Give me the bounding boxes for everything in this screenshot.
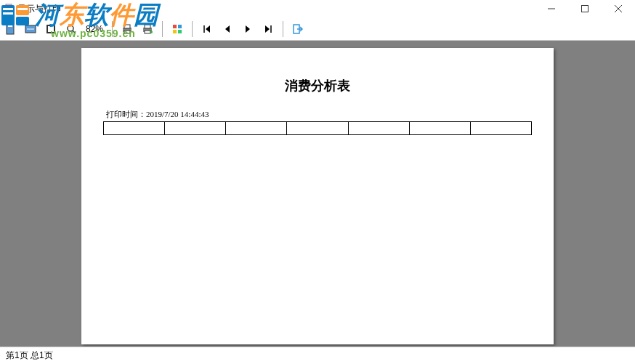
separator xyxy=(162,21,163,37)
svg-rect-7 xyxy=(6,4,12,7)
table-cell xyxy=(409,122,470,135)
svg-line-19 xyxy=(73,31,76,33)
svg-rect-21 xyxy=(124,25,130,28)
print-button[interactable] xyxy=(118,20,136,38)
table-cell xyxy=(165,122,226,135)
actual-size-button[interactable] xyxy=(42,20,60,38)
window-title: 显示与打印 xyxy=(17,3,61,15)
svg-rect-9 xyxy=(582,6,589,12)
window-controls xyxy=(535,0,635,17)
svg-point-26 xyxy=(150,31,153,33)
zoom-dropdown-button[interactable] xyxy=(62,20,80,38)
page-preview: 消费分析表 打印时间：2019/7/20 14:44:43 xyxy=(81,48,554,344)
separator xyxy=(283,21,283,37)
last-page-button[interactable] xyxy=(259,20,277,38)
table-row xyxy=(104,122,532,135)
svg-marker-32 xyxy=(206,25,210,33)
print-time: 打印时间：2019/7/20 14:44:43 xyxy=(106,109,532,120)
prev-page-button[interactable] xyxy=(219,20,236,38)
print-current-button[interactable] xyxy=(139,20,156,38)
svg-rect-25 xyxy=(145,31,150,33)
svg-rect-22 xyxy=(124,31,130,33)
next-page-button[interactable] xyxy=(239,20,256,38)
close-button[interactable] xyxy=(602,0,635,17)
minimize-button[interactable] xyxy=(535,0,568,17)
table-cell xyxy=(226,122,287,135)
svg-rect-30 xyxy=(178,30,182,33)
maximize-button[interactable] xyxy=(568,0,602,17)
toolbar: 82% xyxy=(0,17,635,41)
table-cell xyxy=(104,122,165,135)
separator xyxy=(112,21,113,37)
svg-marker-35 xyxy=(265,25,270,33)
svg-point-18 xyxy=(68,25,73,31)
app-icon xyxy=(3,3,15,15)
svg-marker-33 xyxy=(225,25,230,33)
document-title: 消费分析表 xyxy=(103,77,532,94)
page-info: 第1页 总1页 xyxy=(6,349,53,362)
svg-rect-24 xyxy=(145,25,150,28)
first-page-button[interactable] xyxy=(198,20,216,38)
fit-page-button[interactable] xyxy=(1,20,19,38)
preview-area[interactable]: 消费分析表 打印时间：2019/7/20 14:44:43 xyxy=(0,41,635,347)
svg-rect-13 xyxy=(8,25,12,27)
table-cell xyxy=(348,122,409,135)
data-table xyxy=(103,121,532,135)
table-cell xyxy=(470,122,531,135)
svg-rect-27 xyxy=(173,25,177,28)
svg-rect-29 xyxy=(173,30,177,33)
svg-rect-28 xyxy=(178,25,182,28)
table-cell xyxy=(287,122,348,135)
exit-button[interactable] xyxy=(289,20,307,38)
export-button[interactable] xyxy=(169,20,186,38)
svg-rect-17 xyxy=(48,26,54,32)
svg-marker-34 xyxy=(246,25,250,33)
zoom-value: 82% xyxy=(83,24,106,34)
status-bar: 第1页 总1页 xyxy=(0,347,635,364)
fit-width-button[interactable] xyxy=(22,20,39,38)
separator xyxy=(192,21,193,37)
